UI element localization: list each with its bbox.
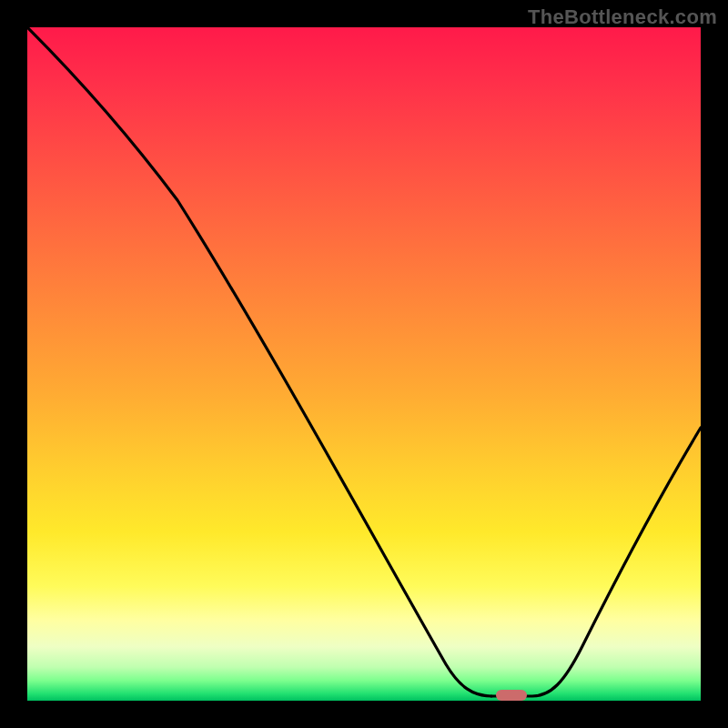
- plot-area: [27, 27, 701, 701]
- bottleneck-curve: [27, 27, 701, 701]
- watermark-text: TheBottleneck.com: [528, 5, 717, 29]
- optimum-marker: [496, 690, 527, 701]
- chart-container: TheBottleneck.com: [0, 0, 728, 728]
